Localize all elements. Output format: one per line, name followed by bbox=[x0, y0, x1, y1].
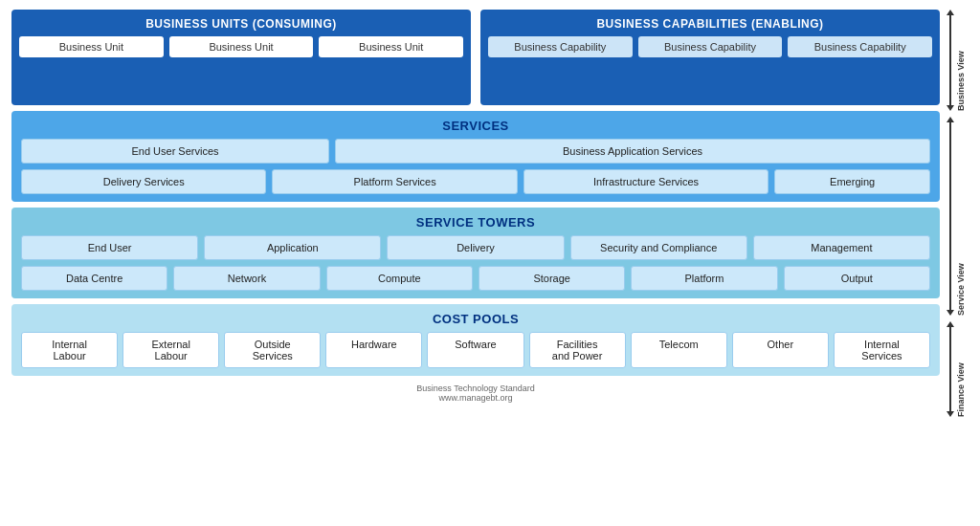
towers-title: SERVICE TOWERS bbox=[21, 215, 930, 230]
cost-cards-row: InternalLabour ExternalLabour OutsideSer… bbox=[21, 332, 930, 368]
tower-end-user: End User bbox=[21, 235, 198, 260]
top-section: BUSINESS UNITS (CONSUMING) Business Unit… bbox=[11, 10, 940, 105]
arrow-line-business bbox=[949, 15, 951, 105]
tower-platform: Platform bbox=[631, 266, 777, 291]
business-app-services-card: Business Application Services bbox=[335, 139, 930, 164]
business-capabilities-box: BUSINESS CAPABILITIES (ENABLING) Busines… bbox=[480, 10, 940, 105]
tower-output: Output bbox=[784, 266, 930, 291]
services-row-1: End User Services Business Application S… bbox=[21, 139, 930, 164]
cost-pools-title: COST POOLS bbox=[21, 312, 930, 326]
diagram-wrapper: BUSINESS UNITS (CONSUMING) Business Unit… bbox=[11, 10, 969, 516]
main-content: BUSINESS UNITS (CONSUMING) Business Unit… bbox=[11, 10, 940, 516]
tower-network: Network bbox=[173, 266, 320, 291]
tower-storage: Storage bbox=[479, 266, 625, 291]
service-view-line bbox=[947, 117, 954, 316]
services-section: SERVICES End User Services Business Appl… bbox=[11, 111, 940, 202]
tower-delivery: Delivery bbox=[387, 235, 564, 260]
business-unit-card-1: Business Unit bbox=[19, 36, 164, 57]
arrow-head-bottom-service bbox=[947, 310, 954, 316]
service-view-bracket: Service View bbox=[947, 117, 966, 316]
cost-software: Software bbox=[427, 332, 523, 368]
finance-view-line bbox=[947, 321, 954, 417]
tower-application: Application bbox=[204, 235, 381, 260]
cost-internal-services: InternalServices bbox=[834, 332, 930, 368]
towers-row-1: End User Application Delivery Security a… bbox=[21, 235, 930, 260]
end-user-services-card: End User Services bbox=[21, 139, 329, 164]
platform-services-card: Platform Services bbox=[272, 169, 517, 194]
tower-datacentre: Data Centre bbox=[21, 266, 167, 291]
services-row-2: Delivery Services Platform Services Infr… bbox=[21, 169, 930, 194]
cost-internal-labour: InternalLabour bbox=[21, 332, 118, 368]
arrow-line-service bbox=[949, 122, 951, 310]
business-units-box: BUSINESS UNITS (CONSUMING) Business Unit… bbox=[11, 10, 471, 105]
footer-line1: Business Technology Standard bbox=[11, 384, 940, 393]
cost-outside-services: OutsideServices bbox=[224, 332, 321, 368]
cost-facilities: Facilitiesand Power bbox=[529, 332, 626, 368]
tower-management: Management bbox=[753, 235, 930, 260]
business-unit-card-3: Business Unit bbox=[319, 36, 463, 57]
business-capability-card-3: Business Capability bbox=[788, 36, 932, 57]
tower-compute: Compute bbox=[326, 266, 473, 291]
cost-external-labour: ExternalLabour bbox=[122, 332, 219, 368]
arrow-head-bottom-business bbox=[947, 105, 954, 111]
towers-section: SERVICE TOWERS End User Application Deli… bbox=[11, 208, 940, 298]
arrow-head-bottom-finance bbox=[947, 411, 954, 417]
business-view-line bbox=[947, 10, 954, 111]
cost-hardware: Hardware bbox=[325, 332, 422, 368]
tower-security: Security and Compliance bbox=[570, 235, 747, 260]
cost-telecom: Telecom bbox=[631, 332, 727, 368]
business-capabilities-title: BUSINESS CAPABILITIES (ENABLING) bbox=[596, 17, 823, 31]
cost-pools-section: COST POOLS InternalLabour ExternalLabour… bbox=[11, 304, 940, 376]
footer-line2: www.managebt.org bbox=[11, 393, 940, 403]
infrastructure-services-card: Infrastructure Services bbox=[523, 169, 768, 194]
footer: Business Technology Standard www.manageb… bbox=[11, 384, 940, 403]
business-capability-card-2: Business Capability bbox=[638, 36, 783, 57]
business-view-bracket: Business View bbox=[947, 10, 966, 111]
arrow-line-finance bbox=[949, 327, 951, 411]
business-capabilities-cards: Business Capability Business Capability … bbox=[488, 36, 932, 57]
finance-view-label: Finance View bbox=[956, 321, 966, 417]
service-view-label: Service View bbox=[956, 117, 966, 316]
business-units-title: BUSINESS UNITS (CONSUMING) bbox=[145, 17, 337, 31]
side-labels-container: Business View Service View Finance View bbox=[940, 10, 969, 516]
emerging-card: Emerging bbox=[774, 169, 930, 194]
services-title: SERVICES bbox=[21, 119, 930, 133]
delivery-services-card: Delivery Services bbox=[21, 169, 266, 194]
business-view-label: Business View bbox=[956, 10, 966, 111]
business-capability-card-1: Business Capability bbox=[488, 36, 633, 57]
cost-other: Other bbox=[732, 332, 829, 368]
business-units-cards: Business Unit Business Unit Business Uni… bbox=[19, 36, 463, 57]
business-unit-card-2: Business Unit bbox=[169, 36, 314, 57]
finance-view-bracket: Finance View bbox=[947, 321, 966, 417]
towers-row-2: Data Centre Network Compute Storage Plat… bbox=[21, 266, 930, 291]
